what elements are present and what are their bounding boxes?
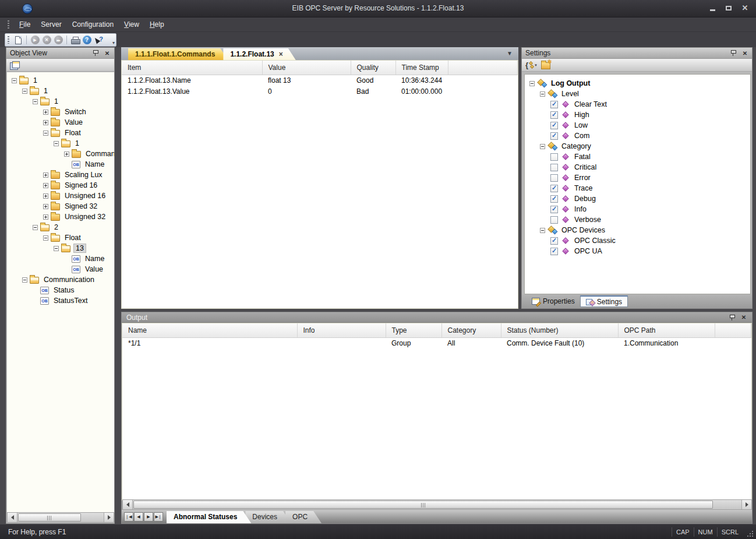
tab-properties[interactable]: Properties xyxy=(527,295,580,307)
settings-node-opc-ua[interactable]: OPC UA xyxy=(525,246,750,256)
settings-node-category[interactable]: Category xyxy=(525,141,750,152)
column-header-item[interactable]: Item xyxy=(122,61,262,75)
tree-node-commands[interactable]: Commands xyxy=(7,149,114,159)
column-header-type[interactable]: Type xyxy=(386,323,441,337)
checked-checkbox[interactable] xyxy=(550,237,558,245)
minus-expander-icon[interactable] xyxy=(33,225,38,230)
close-icon[interactable]: ✕ xyxy=(740,314,747,320)
scrollbar-thumb[interactable] xyxy=(133,501,713,509)
scroll-left-icon[interactable] xyxy=(123,500,133,509)
toolbar-grip[interactable] xyxy=(8,36,9,44)
menu-item-file[interactable]: File xyxy=(14,19,36,30)
table-row[interactable]: 1.1.2.Float.13.Namefloat 13Good10:36:43.… xyxy=(122,75,518,86)
minus-expander-icon[interactable] xyxy=(540,228,545,233)
close-icon[interactable]: ✕ xyxy=(741,50,748,57)
settings-node-debug[interactable]: Debug xyxy=(525,193,750,204)
tree-node-1[interactable]: 1 xyxy=(7,138,114,149)
output-hscrollbar[interactable] xyxy=(122,499,752,510)
maximize-button[interactable] xyxy=(723,3,734,13)
settings-node-com[interactable]: Com xyxy=(525,131,750,141)
stop-server-button[interactable] xyxy=(41,34,52,45)
settings-node-log-output[interactable]: Log Output xyxy=(525,78,750,89)
column-header-opc-path[interactable]: OPC Path xyxy=(618,323,715,337)
help-button[interactable]: ? xyxy=(81,34,93,45)
context-help-button[interactable]: ? xyxy=(93,34,104,45)
tree-node-communication[interactable]: Communication xyxy=(7,274,114,285)
menu-item-help[interactable]: Help xyxy=(144,19,169,30)
tree-node-1[interactable]: 1 xyxy=(7,86,114,96)
restart-server-button[interactable] xyxy=(52,34,64,45)
resize-grip[interactable] xyxy=(746,530,754,538)
column-header-time-stamp[interactable]: Time Stamp xyxy=(395,61,448,75)
column-header-name[interactable]: Name xyxy=(122,323,297,337)
scroll-left-icon[interactable] xyxy=(8,513,17,522)
toolbar-overflow-icon[interactable]: ▾ xyxy=(112,40,115,45)
checked-checkbox[interactable] xyxy=(550,111,558,119)
unchecked-checkbox[interactable] xyxy=(550,174,558,182)
minus-expander-icon[interactable] xyxy=(54,141,59,146)
print-button[interactable] xyxy=(69,34,81,45)
start-server-button[interactable] xyxy=(29,34,41,45)
minus-expander-icon[interactable] xyxy=(529,81,535,86)
pin-icon[interactable] xyxy=(92,50,99,57)
checked-checkbox[interactable] xyxy=(550,122,558,129)
tree-node-1[interactable]: 1 xyxy=(7,96,114,107)
checked-checkbox[interactable] xyxy=(550,101,558,108)
plus-expander-icon[interactable] xyxy=(43,110,48,115)
unchecked-checkbox[interactable] xyxy=(550,216,558,224)
settings-node-clear-text[interactable]: Clear Text xyxy=(525,99,750,110)
column-header-category[interactable]: Category xyxy=(441,323,501,337)
plus-expander-icon[interactable] xyxy=(43,204,48,209)
prev-tab-icon[interactable]: ◀ xyxy=(134,512,143,522)
output-tab-devices[interactable]: Devices xyxy=(245,511,291,523)
minus-expander-icon[interactable] xyxy=(43,235,48,241)
table-row[interactable]: 1.1.2.Float.13.Value0Bad01:00:00.000 xyxy=(122,86,518,97)
tree-node-2[interactable]: 2 xyxy=(7,222,114,232)
tree-node-float[interactable]: Float xyxy=(7,232,114,243)
checked-checkbox[interactable] xyxy=(550,248,558,255)
scroll-right-icon[interactable] xyxy=(741,500,751,509)
tree-node-1[interactable]: 1 xyxy=(7,75,114,86)
settings-node-low[interactable]: Low xyxy=(525,120,750,131)
minus-expander-icon[interactable] xyxy=(22,277,27,283)
menu-item-view[interactable]: View xyxy=(119,19,144,30)
plus-expander-icon[interactable] xyxy=(43,183,48,188)
tree-node-name[interactable]: OBName xyxy=(7,159,114,170)
tree-node-switch[interactable]: Switch xyxy=(7,107,114,117)
chevron-down-icon[interactable]: ▼ xyxy=(534,64,538,67)
settings-node-info[interactable]: Info xyxy=(525,204,750,214)
tab-settings[interactable]: Settings xyxy=(580,295,628,307)
settings-node-high[interactable]: High xyxy=(525,110,750,120)
close-button[interactable]: ✕ xyxy=(740,3,750,13)
new-category-icon[interactable] xyxy=(541,62,550,69)
next-tab-icon[interactable]: ▶ xyxy=(144,512,153,522)
column-header-value[interactable]: Value xyxy=(262,61,351,75)
tree-node-scaling-lux[interactable]: Scaling Lux xyxy=(7,170,114,180)
minus-expander-icon[interactable] xyxy=(540,144,545,149)
settings-node-error[interactable]: Error xyxy=(525,172,750,183)
tree-node-value[interactable]: Value xyxy=(7,117,114,128)
pin-icon[interactable] xyxy=(729,314,736,321)
plus-expander-icon[interactable] xyxy=(64,152,69,157)
last-tab-icon[interactable]: ▶❘ xyxy=(154,512,163,522)
settings-node-critical[interactable]: Critical xyxy=(525,162,750,172)
plus-expander-icon[interactable] xyxy=(43,120,48,125)
tree-node-value[interactable]: OBValue xyxy=(7,264,114,274)
settings-node-fatal[interactable]: Fatal xyxy=(525,152,750,162)
checked-checkbox[interactable] xyxy=(550,132,558,140)
tree-node-signed-32[interactable]: Signed 32 xyxy=(7,201,114,212)
unchecked-checkbox[interactable] xyxy=(550,164,558,171)
table-row[interactable]: *1/1GroupAllComm. Device Fault (10)1.Com… xyxy=(122,337,751,348)
settings-node-opc-devices[interactable]: OPC Devices xyxy=(525,225,750,235)
scrollbar-thumb[interactable] xyxy=(18,513,81,522)
tree-node-unsigned-16[interactable]: Unsigned 16 xyxy=(7,191,114,201)
tree-node-statustext[interactable]: OBStatusText xyxy=(7,295,114,306)
document-tab-1-1-2-float-13[interactable]: 1.1.2.Float.13× xyxy=(223,48,295,60)
settings-node-level[interactable]: Level xyxy=(525,89,750,99)
minus-expander-icon[interactable] xyxy=(22,89,27,94)
tree-node-signed-16[interactable]: Signed 16 xyxy=(7,180,114,191)
new-document-button[interactable] xyxy=(12,34,24,45)
document-tab-1-1-1-float-1-commands[interactable]: 1.1.1.Float.1.Commands xyxy=(128,48,228,60)
plus-expander-icon[interactable] xyxy=(43,172,48,178)
column-header-quality[interactable]: Quality xyxy=(351,61,395,75)
